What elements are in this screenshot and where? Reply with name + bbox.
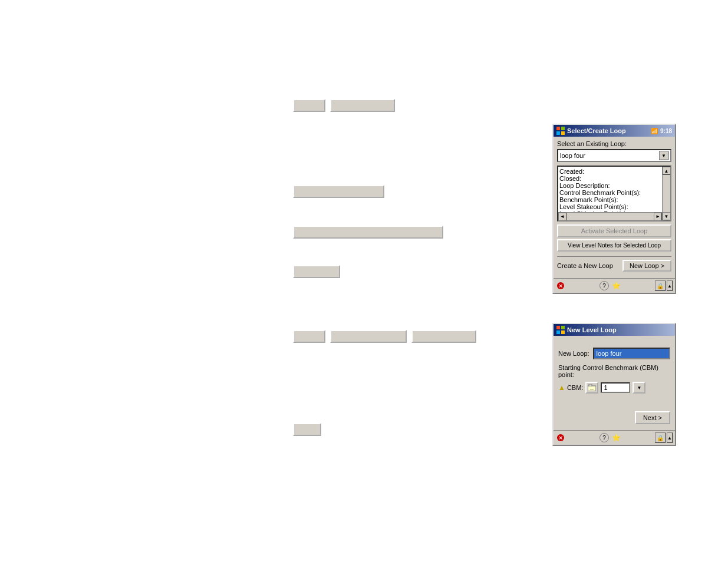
cbm-value-input[interactable] (601, 382, 630, 393)
cbm-label: CBM: (567, 384, 584, 391)
wifi-icon: 📶 (651, 128, 658, 134)
new-loop-label: New Loop: (558, 350, 589, 357)
expand-icon-2[interactable]: ▲ (667, 432, 673, 443)
new-loop-input[interactable]: loop four (593, 348, 670, 359)
new-loop-value: loop four (597, 350, 622, 357)
svg-text:✕: ✕ (558, 435, 563, 441)
svg-rect-2 (556, 131, 560, 135)
scroll-track (663, 175, 670, 212)
star-footer-icon-2[interactable]: ⭐ (611, 433, 621, 442)
lock-icon-2: 🔒 (655, 432, 666, 443)
svg-rect-1 (561, 127, 565, 130)
select-loop-footer: ✕ ? ⭐ 🔒 ▲ (554, 278, 675, 293)
create-new-label: Create a New Loop (557, 262, 613, 269)
windows-logo-icon (556, 127, 565, 135)
loop-dropdown-arrow[interactable]: ▼ (659, 151, 668, 160)
bottom-btn-1[interactable] (293, 330, 325, 343)
svg-rect-8 (556, 330, 560, 334)
loop-dropdown[interactable]: loop four ▼ (557, 149, 671, 162)
create-new-row: Create a New Loop New Loop > (557, 260, 671, 272)
info-line-benchmark: Benchmark Point(s): (559, 196, 661, 203)
hscroll-track (566, 213, 654, 220)
hscroll-right[interactable]: ► (654, 213, 662, 221)
new-loop-body: New Loop: loop four Starting Control Ben… (554, 336, 675, 430)
new-loop-titlebar: New Level Loop (554, 324, 675, 336)
cbm-row: ▲ CBM: ... ▼ (558, 382, 670, 394)
mid-btn-1[interactable] (293, 185, 384, 198)
svg-rect-7 (561, 326, 565, 329)
expand-icon[interactable]: ▲ (667, 280, 673, 291)
help-footer-icon-2[interactable]: ? (599, 433, 609, 442)
new-loop-btn[interactable]: New Loop > (622, 260, 671, 272)
scroll-down-arrow[interactable]: ▼ (663, 212, 671, 220)
svg-rect-0 (556, 127, 560, 130)
svg-rect-3 (561, 131, 565, 135)
view-notes-btn[interactable]: View Level Notes for Selected Loop (557, 239, 671, 252)
close-footer-icon[interactable]: ✕ (556, 281, 565, 290)
lower-btn-1[interactable] (293, 265, 340, 278)
info-line-created: Created: (559, 168, 661, 175)
divider-1 (557, 256, 671, 257)
lock-icon: 🔒 (655, 280, 666, 291)
next-btn[interactable]: Next > (635, 411, 670, 424)
select-create-loop-dialog: Select/Create Loop 📶 9:18 Select an Exis… (552, 124, 676, 294)
svg-rect-9 (561, 330, 565, 334)
cbm-browse-btn[interactable]: ... (585, 382, 598, 394)
svg-text:...: ... (590, 386, 594, 391)
loop-dropdown-value: loop four (560, 152, 659, 159)
mid-btn-2[interactable] (293, 226, 443, 239)
info-line-closed: Closed: (559, 175, 661, 182)
info-line-description: Loop Description: (559, 182, 661, 189)
info-line-stakeout: Level Stakeout Point(s): (559, 203, 661, 210)
scroll-up-arrow[interactable]: ▲ (663, 167, 671, 175)
activate-loop-btn[interactable]: Activate Selected Loop (557, 224, 671, 237)
loop-info-box: Created: Closed: Loop Description: Contr… (557, 166, 671, 222)
cbm-section-label: Starting Control Benchmark (CBM) point: (558, 364, 658, 378)
windows-logo-icon-2 (556, 326, 565, 334)
svg-rect-6 (556, 326, 560, 329)
cbm-dropdown-arrow[interactable]: ▼ (633, 382, 645, 394)
help-footer-icon[interactable]: ? (599, 281, 609, 290)
bottom-btn-2[interactable] (330, 330, 407, 343)
select-loop-titlebar: Select/Create Loop 📶 9:18 (554, 125, 675, 137)
new-loop-field-row: New Loop: loop four (558, 348, 670, 359)
top-btn-1[interactable] (293, 99, 325, 112)
bottom-small-btn[interactable] (293, 423, 321, 436)
new-level-loop-dialog: New Level Loop New Loop: loop four Start… (552, 323, 676, 446)
svg-text:✕: ✕ (558, 283, 563, 289)
cbm-label-block: ▲ CBM: (558, 384, 583, 392)
info-line-cbm: Control Benchmark Point(s): (559, 189, 661, 196)
hscroll-left[interactable]: ◄ (558, 213, 566, 221)
new-loop-title: New Level Loop (567, 326, 617, 333)
close-footer-icon-2[interactable]: ✕ (556, 433, 565, 442)
time-display: 9:18 (660, 128, 672, 134)
h-scrollbar: ◄ ► (558, 212, 662, 220)
top-btn-2[interactable] (330, 99, 395, 112)
select-loop-title: Select/Create Loop (567, 127, 626, 134)
select-existing-label: Select an Existing Loop: (557, 140, 671, 147)
cbm-triangle-icon: ▲ (558, 384, 565, 392)
bottom-btn-3[interactable] (411, 330, 476, 343)
star-footer-icon[interactable]: ⭐ (611, 281, 621, 290)
new-loop-footer: ✕ ? ⭐ 🔒 ▲ (554, 430, 675, 445)
